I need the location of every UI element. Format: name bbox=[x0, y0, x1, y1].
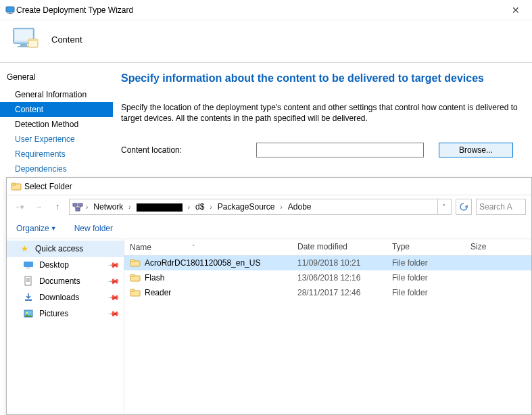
organize-menu[interactable]: Organize▼ bbox=[16, 224, 57, 233]
folder-titlebar: Select Folder bbox=[7, 178, 531, 195]
wizard-header: Content bbox=[0, 20, 532, 63]
crumb-network[interactable]: Network bbox=[91, 201, 126, 212]
sort-indicator-icon: ˄ bbox=[192, 244, 195, 251]
content-location-input[interactable] bbox=[256, 143, 424, 157]
tree-documents[interactable]: Documents 📌 bbox=[7, 273, 124, 289]
column-size[interactable]: Size bbox=[465, 239, 531, 255]
crumb-server[interactable] bbox=[134, 201, 185, 212]
svg-rect-24 bbox=[130, 274, 135, 276]
file-list: Name˄ Date modified Type Size AcroRdrDC1… bbox=[124, 239, 531, 413]
list-item[interactable]: Flash 13/06/2018 12:16 File folder bbox=[124, 270, 531, 285]
pin-icon: 📌 bbox=[107, 291, 120, 303]
svg-rect-12 bbox=[73, 203, 77, 206]
wizard-titlebar: Create Deployment Type Wizard ✕ bbox=[0, 0, 532, 20]
downloads-icon bbox=[23, 292, 34, 303]
file-type: File folder bbox=[387, 273, 465, 283]
folder-icon bbox=[130, 287, 141, 298]
pin-icon: 📌 bbox=[107, 274, 120, 287]
tree-label: Pictures bbox=[39, 309, 103, 318]
crumb-sep-icon: › bbox=[279, 203, 283, 211]
file-type: File folder bbox=[387, 258, 465, 268]
breadcrumb[interactable]: › Network › › d$ › PackageSource › Adobe… bbox=[69, 199, 452, 215]
close-button[interactable]: ✕ bbox=[502, 1, 529, 19]
browse-button[interactable]: Browse... bbox=[439, 143, 513, 157]
navigation-tree: ★ Quick access Desktop 📌 Documents 📌 Dow… bbox=[7, 239, 124, 413]
svg-rect-1 bbox=[9, 13, 11, 14]
file-name: Reader bbox=[145, 288, 171, 297]
page-description: Specify the location of the deployment t… bbox=[121, 102, 520, 124]
svg-rect-14 bbox=[76, 208, 80, 211]
folder-title: Select Folder bbox=[24, 182, 72, 191]
nav-up-button[interactable]: ↑ bbox=[50, 199, 65, 214]
monitor-icon bbox=[12, 27, 39, 51]
content-location-row: Content location: Browse... bbox=[121, 143, 520, 157]
svg-rect-15 bbox=[24, 262, 33, 267]
tree-quick-access[interactable]: ★ Quick access bbox=[7, 241, 124, 257]
file-name: AcroRdrDC1801120058_en_US bbox=[145, 258, 260, 268]
crumb-sep-icon: › bbox=[187, 203, 191, 211]
file-type: File folder bbox=[387, 288, 465, 297]
svg-rect-6 bbox=[18, 46, 30, 47]
new-folder-button[interactable]: New folder bbox=[74, 224, 113, 233]
column-headers: Name˄ Date modified Type Size bbox=[124, 239, 531, 255]
crumb-sep-icon: › bbox=[208, 203, 213, 211]
list-item[interactable]: Reader 28/11/2017 12:46 File folder bbox=[124, 285, 531, 300]
tree-label: Desktop bbox=[39, 260, 103, 270]
svg-rect-2 bbox=[7, 14, 13, 14]
address-history-dropdown[interactable]: ˅ bbox=[437, 199, 450, 214]
desktop-icon bbox=[23, 260, 34, 270]
wizard-icon bbox=[5, 5, 16, 16]
file-name: Flash bbox=[145, 273, 164, 283]
svg-rect-16 bbox=[26, 268, 30, 268]
select-folder-window: Select Folder ←▾ → ↑ › Network › › d$ › … bbox=[6, 177, 532, 415]
refresh-icon bbox=[459, 202, 468, 212]
svg-rect-22 bbox=[130, 260, 135, 262]
tree-label-quick: Quick access bbox=[35, 244, 118, 253]
nav-item-general-information[interactable]: General Information bbox=[0, 87, 113, 102]
column-name[interactable]: Name˄ bbox=[124, 239, 292, 255]
nav-item-dependencies[interactable]: Dependencies bbox=[0, 162, 113, 176]
search-input[interactable]: Search A bbox=[476, 199, 526, 215]
organize-label: Organize bbox=[16, 224, 49, 233]
network-icon bbox=[72, 201, 83, 212]
nav-forward-button[interactable]: → bbox=[31, 199, 46, 214]
nav-item-content[interactable]: Content bbox=[0, 102, 113, 117]
crumb-sep-icon: › bbox=[84, 203, 89, 211]
nav-item-detection-method[interactable]: Detection Method bbox=[0, 117, 113, 132]
column-date[interactable]: Date modified bbox=[292, 239, 387, 255]
svg-rect-11 bbox=[11, 183, 16, 185]
redacted-text bbox=[137, 203, 183, 212]
tree-desktop[interactable]: Desktop 📌 bbox=[7, 257, 124, 273]
wizard-title: Create Deployment Type Wizard bbox=[16, 5, 502, 15]
nav-root[interactable]: General bbox=[0, 70, 113, 87]
folder-icon bbox=[130, 258, 141, 268]
refresh-button[interactable] bbox=[456, 199, 472, 215]
tree-downloads[interactable]: Downloads 📌 bbox=[7, 289, 124, 306]
nav-item-requirements[interactable]: Requirements bbox=[0, 147, 113, 162]
svg-rect-26 bbox=[130, 289, 135, 291]
wizard-step-label: Content bbox=[51, 34, 82, 45]
col-label: Name bbox=[130, 243, 151, 252]
address-bar: ←▾ → ↑ › Network › › d$ › PackageSource … bbox=[7, 195, 531, 218]
column-type[interactable]: Type bbox=[387, 239, 465, 255]
content-location-label: Content location: bbox=[121, 145, 256, 155]
chevron-down-icon: ▾ bbox=[20, 203, 24, 212]
crumb-packagesource[interactable]: PackageSource bbox=[215, 201, 278, 212]
nav-back-button[interactable]: ←▾ bbox=[12, 199, 27, 214]
list-item[interactable]: AcroRdrDC1801120058_en_US 11/09/2018 10:… bbox=[124, 255, 531, 270]
pin-icon: 📌 bbox=[107, 258, 120, 271]
crumb-sep-icon: › bbox=[127, 203, 132, 211]
tree-label: Downloads bbox=[39, 293, 103, 302]
crumb-share[interactable]: d$ bbox=[193, 201, 207, 212]
page-heading: Specify information about the content to… bbox=[121, 72, 520, 84]
documents-icon bbox=[23, 276, 34, 287]
star-icon: ★ bbox=[19, 243, 30, 254]
svg-rect-13 bbox=[78, 203, 82, 206]
tree-pictures[interactable]: Pictures 📌 bbox=[7, 306, 124, 322]
svg-rect-0 bbox=[6, 7, 14, 12]
crumb-adobe[interactable]: Adobe bbox=[285, 201, 314, 212]
svg-rect-18 bbox=[25, 299, 32, 301]
file-date: 11/09/2018 10:21 bbox=[292, 258, 387, 268]
nav-item-user-experience[interactable]: User Experience bbox=[0, 132, 113, 147]
pin-icon: 📌 bbox=[107, 307, 120, 320]
